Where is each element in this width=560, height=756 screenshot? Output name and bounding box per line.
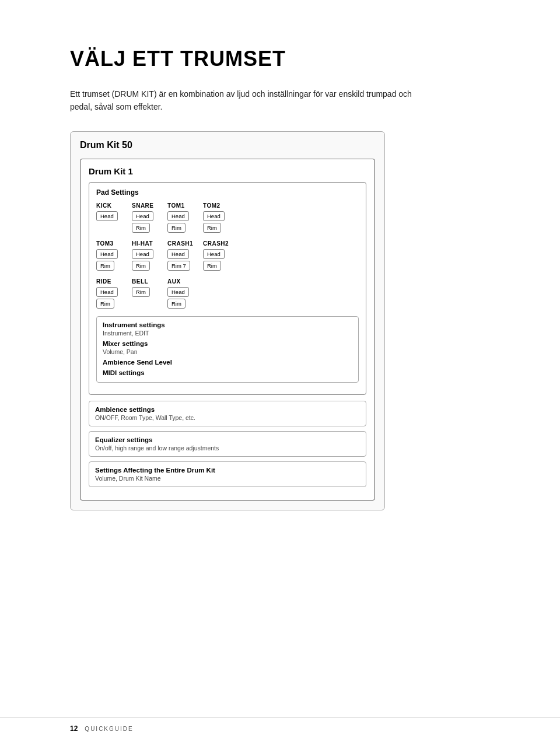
instrument-settings-sub: Instrument, EDIT bbox=[103, 330, 352, 337]
mixer-settings-sub: Volume, Pan bbox=[103, 348, 352, 355]
pad-tom3: TOM3 Head Rim bbox=[96, 240, 128, 272]
pad-crash1-head: Head bbox=[167, 249, 189, 259]
pad-row-1: KICK Head SNARE Head Rim TOM1 Head Rim bbox=[96, 202, 359, 235]
pad-hihat-label: HI-HAT bbox=[132, 240, 153, 247]
footer-label: QUICKGUIDE bbox=[85, 726, 133, 732]
footer-page-number: 12 bbox=[70, 724, 78, 733]
equalizer-settings-section: Equalizer settings On/off, high range an… bbox=[89, 431, 366, 457]
pad-aux-rim: Rim bbox=[167, 299, 186, 309]
pad-crash1: CRASH1 Head Rim 7 bbox=[167, 240, 200, 272]
pad-aux: AUX Head Rim bbox=[167, 278, 200, 310]
pad-tom2-head: Head bbox=[203, 211, 225, 221]
pad-row-3: RIDE Head Rim BELL Rim AUX Head Rim bbox=[96, 278, 359, 310]
pad-snare-head: Head bbox=[132, 211, 153, 221]
pad-tom2-rim: Rim bbox=[203, 223, 221, 233]
page: VÄLJ ETT TRUMSET Ett trumset (DRUM KIT) … bbox=[0, 0, 560, 545]
pad-snare-label: SNARE bbox=[132, 202, 154, 209]
pad-tom3-label: TOM3 bbox=[96, 240, 114, 247]
drum-kit-50-title: Drum Kit 50 bbox=[80, 140, 375, 150]
pad-kick-label: KICK bbox=[96, 202, 111, 209]
pad-bell: BELL Rim bbox=[132, 278, 164, 310]
pad-snare-rim: Rim bbox=[132, 223, 150, 233]
pad-row-2: TOM3 Head Rim HI-HAT Head Rim CRASH1 Hea… bbox=[96, 240, 359, 272]
pad-ride-label: RIDE bbox=[96, 278, 111, 285]
equalizer-settings-title: Equalizer settings bbox=[95, 436, 360, 443]
pad-hihat: HI-HAT Head Rim bbox=[132, 240, 164, 272]
midi-settings-title: MIDI settings bbox=[103, 369, 352, 376]
pad-tom3-rim: Rim bbox=[96, 261, 114, 271]
pad-tom1-label: TOM1 bbox=[167, 202, 185, 209]
pad-ride-head: Head bbox=[96, 287, 118, 297]
pad-kick: KICK Head bbox=[96, 202, 128, 235]
equalizer-settings-sub: On/off, high range and low range adjustm… bbox=[95, 444, 360, 452]
pad-aux-head: Head bbox=[167, 287, 189, 297]
ambience-settings-sub: ON/OFF, Room Type, Wall Type, etc. bbox=[95, 414, 360, 421]
pad-crash2-rim: Rim bbox=[203, 261, 221, 271]
instrument-settings-section: Instrument settings Instrument, EDIT Mix… bbox=[96, 316, 359, 383]
pad-bell-rim: Rim bbox=[132, 287, 150, 297]
pad-hihat-head: Head bbox=[132, 249, 153, 259]
entire-kit-settings-title: Settings Affecting the Entire Drum Kit bbox=[95, 467, 360, 474]
pad-settings-title: Pad Settings bbox=[96, 188, 359, 197]
pad-crash2-head: Head bbox=[203, 249, 225, 259]
pad-ride-rim: Rim bbox=[96, 299, 114, 309]
pad-settings-box: Pad Settings KICK Head SNARE Head Rim bbox=[89, 182, 366, 395]
mixer-settings-title: Mixer settings bbox=[103, 340, 352, 347]
pad-tom1-head: Head bbox=[167, 211, 189, 221]
page-footer: 12 QUICKGUIDE bbox=[0, 717, 560, 733]
pad-tom3-head: Head bbox=[96, 249, 118, 259]
pad-ride: RIDE Head Rim bbox=[96, 278, 128, 310]
drum-kit-1-title: Drum Kit 1 bbox=[89, 166, 366, 176]
pad-kick-head: Head bbox=[96, 211, 118, 221]
pad-crash2: CRASH2 Head Rim bbox=[203, 240, 235, 272]
pad-tom1-rim: Rim bbox=[167, 223, 186, 233]
pad-tom1: TOM1 Head Rim bbox=[167, 202, 200, 235]
entire-kit-settings-sub: Volume, Drum Kit Name bbox=[95, 475, 360, 482]
pad-snare: SNARE Head Rim bbox=[132, 202, 164, 235]
pad-tom2: TOM2 Head Rim bbox=[203, 202, 235, 235]
intro-text: Ett trumset (DRUM KIT) är en kombination… bbox=[70, 88, 432, 114]
pad-bell-label: BELL bbox=[132, 278, 148, 285]
entire-kit-settings-section: Settings Affecting the Entire Drum Kit V… bbox=[89, 461, 366, 487]
pad-tom2-label: TOM2 bbox=[203, 202, 220, 209]
pad-crash2-label: CRASH2 bbox=[203, 240, 229, 247]
pad-crash1-rim7: Rim 7 bbox=[167, 261, 190, 271]
ambience-send-title: Ambience Send Level bbox=[103, 359, 352, 366]
drum-kit-50-box: Drum Kit 50 Drum Kit 1 Pad Settings KICK… bbox=[70, 131, 385, 510]
instrument-settings-title: Instrument settings bbox=[103, 321, 352, 328]
pad-aux-label: AUX bbox=[167, 278, 181, 285]
page-title: VÄLJ ETT TRUMSET bbox=[70, 47, 490, 71]
ambience-settings-section: Ambience settings ON/OFF, Room Type, Wal… bbox=[89, 401, 366, 426]
ambience-settings-title: Ambience settings bbox=[95, 406, 360, 413]
drum-kit-1-box: Drum Kit 1 Pad Settings KICK Head SNARE … bbox=[80, 159, 375, 501]
pad-hihat-rim: Rim bbox=[132, 261, 150, 271]
pad-crash1-label: CRASH1 bbox=[167, 240, 193, 247]
